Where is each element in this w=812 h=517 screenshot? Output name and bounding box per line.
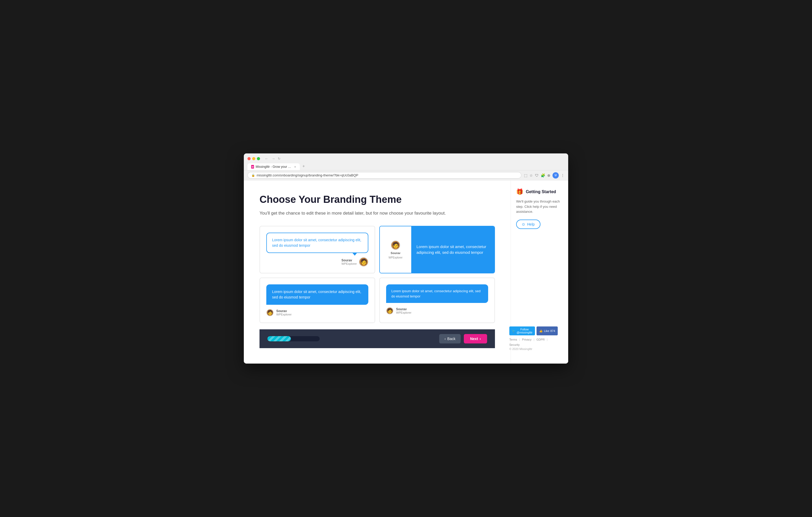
author-row-3: 🧑 Sourav WPExplorer [266,309,368,316]
tab-close-button[interactable]: ✕ [294,165,296,168]
back-button-label: Back [447,337,456,341]
avatar-emoji-1: 🧑 [360,259,367,265]
avatar-4: 🧑 [386,307,394,314]
traffic-lights [248,157,260,160]
help-button[interactable]: ⊙ Help [516,219,541,229]
separator-2: | [534,338,534,341]
bookmark-icon[interactable]: ☆ [529,173,533,178]
browser-chrome: ← → ↻ M Missinglttr - Grow your blog th.… [244,153,568,171]
refresh-button[interactable]: ↻ [278,157,281,160]
separator-1: | [519,338,520,341]
theme-card-4[interactable]: Lorem ipsum dolor sit amet, consectetur … [379,278,495,323]
author-site-4: WPExplorer [396,311,411,314]
security-link[interactable]: Security [509,343,520,346]
facebook-like-count: 874 [550,329,555,332]
forward-nav-button[interactable]: → [271,156,276,161]
progress-bar-fill [267,336,291,341]
shield-icon[interactable]: 🛡 [535,173,539,178]
address-bar[interactable]: 🔒 missinglttr.com/onboarding/signup/bran… [248,172,521,179]
speech-bubble-blue-3: Lorem ipsum dolor sit amet, consectetur … [266,284,368,305]
sidebar: 🎁 Getting Started We'll guide you throug… [511,181,568,364]
add-icon[interactable]: ⊕ [547,173,550,178]
theme-2-text: Lorem ipsum dolor sit amet, consectetur … [416,244,489,255]
avatar-2: 🧑 [391,240,400,250]
url-text: missinglttr.com/onboarding/signup/brandi… [257,173,358,177]
profile-avatar[interactable]: U [552,172,559,179]
author-site-1: WPExplorer [341,262,357,265]
theme-2-left: 🧑 Sourav WPExplorer [380,226,411,273]
tab-title: Missinglttr - Grow your blog th... [256,165,291,169]
lock-icon: 🔒 [252,174,255,177]
browser-actions: ⬚ ☆ 🛡 🧩 ⊕ U ⋮ [524,172,564,179]
back-chevron-icon: ‹ [444,337,446,341]
themes-grid: Lorem ipsum dolor sit amet, consectetur … [260,226,495,323]
browser-tab[interactable]: M Missinglttr - Grow your blog th... ✕ [248,163,300,170]
social-buttons: 🐦 Follow @missinglttr 👍 Like 874 [509,327,558,335]
twitter-icon: 🐦 [512,329,516,333]
extension-icon[interactable]: 🧩 [541,173,545,178]
close-window-button[interactable] [248,157,251,160]
separator-3: | [547,338,548,341]
page-subtitle: You'll get the chance to edit these in m… [260,210,495,217]
maximize-window-button[interactable] [257,157,260,160]
cast-icon[interactable]: ⬚ [524,173,527,178]
author-row-4: 🧑 Sourav WPExplorer [386,307,488,314]
avatar-emoji-2: 🧑 [392,242,399,248]
page-title: Choose Your Branding Theme [260,194,495,206]
author-info-1: Sourav WPExplorer [341,258,357,265]
tab-favicon: M [251,165,254,169]
theme-2-inner: 🧑 Sourav WPExplorer Lorem ipsum dolor si… [380,226,494,273]
next-chevron-icon: › [480,337,481,341]
author-info-4: Sourav WPExplorer [396,307,411,314]
author-name-4: Sourav [396,307,411,311]
terms-link[interactable]: Terms [509,338,517,341]
theme-1-inner: Lorem ipsum dolor sit amet, consectetur … [260,226,375,273]
theme-card-2[interactable]: 🧑 Sourav WPExplorer Lorem ipsum dolor si… [379,226,495,273]
facebook-icon: 👍 [539,329,543,333]
help-button-label: Help [527,222,535,226]
footer-copyright: © 2020 Missinglttr [509,347,558,351]
getting-started-desc: We'll guide you through each step. Click… [516,199,563,214]
sidebar-footer: 🐦 Follow @missinglttr 👍 Like 874 Terms |… [509,327,558,351]
avatar-3: 🧑 [266,309,273,316]
twitter-follow-label: Follow @missinglttr [517,328,532,334]
page-content: Choose Your Branding Theme You'll get th… [244,181,568,364]
next-button[interactable]: Next › [464,334,487,343]
back-nav-button[interactable]: ← [264,156,269,161]
getting-started-title: Getting Started [526,189,556,194]
author-site-3: WPExplorer [276,313,292,316]
avatar-emoji-4: 🧑 [387,308,393,313]
gift-icon: 🎁 [516,188,523,195]
speech-bubble-white: Lorem ipsum dolor sit amet, consectetur … [266,233,368,253]
footer-links: Terms | Privacy | GDPR | Security [509,338,558,346]
back-button[interactable]: ‹ Back [439,334,461,343]
theme-4-text: Lorem ipsum dolor sit amet, consectetur … [392,289,481,298]
facebook-like-button[interactable]: 👍 Like 874 [536,327,558,335]
avatar-1: 🧑 [359,257,368,267]
twitter-follow-button[interactable]: 🐦 Follow @missinglttr [509,327,535,335]
theme-3-inner: Lorem ipsum dolor sit amet, consectetur … [260,278,375,323]
minimize-window-button[interactable] [252,157,255,160]
next-button-label: Next [470,337,478,341]
bottom-nav-buttons: ‹ Back Next › [439,334,487,343]
theme-1-text: Lorem ipsum dolor sit amet, consectetur … [272,238,361,247]
theme-card-3[interactable]: Lorem ipsum dolor sit amet, consectetur … [260,278,375,323]
menu-icon[interactable]: ⋮ [561,173,564,178]
tab-bar: M Missinglttr - Grow your blog th... ✕ + [248,163,564,170]
author-name-3: Sourav [276,309,292,313]
main-content: Choose Your Branding Theme You'll get th… [244,181,511,364]
new-tab-button[interactable]: + [300,164,307,170]
theme-2-right: Lorem ipsum dolor sit amet, consectetur … [411,226,494,273]
progress-bar-container [267,336,320,341]
theme-card-1[interactable]: Lorem ipsum dolor sit amet, consectetur … [260,226,375,273]
author-info-3: Sourav WPExplorer [276,309,292,316]
privacy-link[interactable]: Privacy [522,338,531,341]
bottom-bar: ‹ Back Next › [260,329,495,348]
getting-started-header: 🎁 Getting Started [516,188,563,195]
facebook-like-label: Like [544,329,549,332]
address-bar-row: 🔒 missinglttr.com/onboarding/signup/bran… [244,171,568,181]
gdpr-link[interactable]: GDPR [536,338,545,341]
sidebar-relative: 🎁 Getting Started We'll guide you throug… [516,188,563,356]
theme-4-inner: Lorem ipsum dolor sit amet, consectetur … [380,278,494,321]
author-name-1: Sourav [341,258,357,262]
